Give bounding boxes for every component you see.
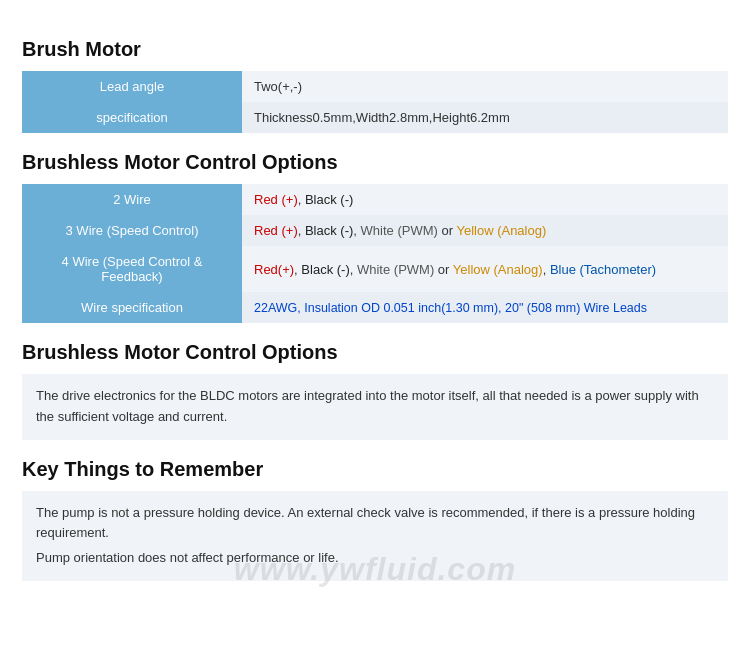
- wire-red: Red(+): [254, 262, 294, 277]
- brush-motor-table: Lead angle Two(+,-) specification Thickn…: [22, 71, 728, 133]
- brushless-options-table: 2 Wire Red (+), Black (-) 3 Wire (Speed …: [22, 184, 728, 323]
- label-cell: 4 Wire (Speed Control & Feedback): [22, 246, 242, 292]
- table-row: specification Thickness0.5mm,Width2.8mm,…: [22, 102, 728, 133]
- section-title-brush-motor: Brush Motor: [22, 38, 728, 61]
- value-cell: Red(+), Black (-), White (PWM) or Yellow…: [242, 246, 728, 292]
- key-things-box: The pump is not a pressure holding devic…: [22, 491, 728, 581]
- wire-black: Black (-): [305, 192, 353, 207]
- key-things-line-1: The pump is not a pressure holding devic…: [36, 503, 714, 545]
- brushless-desc-text: The drive electronics for the BLDC motor…: [36, 388, 699, 424]
- label-cell: Lead angle: [22, 71, 242, 102]
- value-cell-wire-spec: 22AWG, Insulation OD 0.051 inch(1.30 mm)…: [242, 292, 728, 323]
- section-title-key-things: Key Things to Remember: [22, 458, 728, 481]
- wire-black: Black (-): [305, 223, 353, 238]
- label-cell: 2 Wire: [22, 184, 242, 215]
- wire-white: White (PWM): [361, 223, 438, 238]
- wire-yellow: Yellow (Analog): [453, 262, 543, 277]
- brushless-desc-box: The drive electronics for the BLDC motor…: [22, 374, 728, 440]
- value-cell: Red (+), Black (-): [242, 184, 728, 215]
- table-row: Lead angle Two(+,-): [22, 71, 728, 102]
- table-row: 4 Wire (Speed Control & Feedback) Red(+)…: [22, 246, 728, 292]
- label-cell-wire-spec: Wire specification: [22, 292, 242, 323]
- table-row: 2 Wire Red (+), Black (-): [22, 184, 728, 215]
- table-row: 3 Wire (Speed Control) Red (+), Black (-…: [22, 215, 728, 246]
- value-cell: Thickness0.5mm,Width2.8mm,Height6.2mm: [242, 102, 728, 133]
- wire-white: White (PWM): [357, 262, 434, 277]
- wire-red: Red (+): [254, 192, 298, 207]
- value-cell: Two(+,-): [242, 71, 728, 102]
- key-things-line-2: Pump orientation does not affect perform…: [36, 548, 714, 569]
- wire-blue: Blue (Tachometer): [550, 262, 656, 277]
- wire-yellow: Yellow (Analog): [456, 223, 546, 238]
- wire-spec-text: 22AWG, Insulation OD 0.051 inch(1.30 mm)…: [254, 301, 647, 315]
- section-title-brushless-desc: Brushless Motor Control Options: [22, 341, 728, 364]
- section-title-brushless-options: Brushless Motor Control Options: [22, 151, 728, 174]
- wire-red: Red (+): [254, 223, 298, 238]
- wire-black: Black (-): [301, 262, 349, 277]
- value-cell: Red (+), Black (-), White (PWM) or Yello…: [242, 215, 728, 246]
- table-row: Wire specification 22AWG, Insulation OD …: [22, 292, 728, 323]
- label-cell: 3 Wire (Speed Control): [22, 215, 242, 246]
- label-cell: specification: [22, 102, 242, 133]
